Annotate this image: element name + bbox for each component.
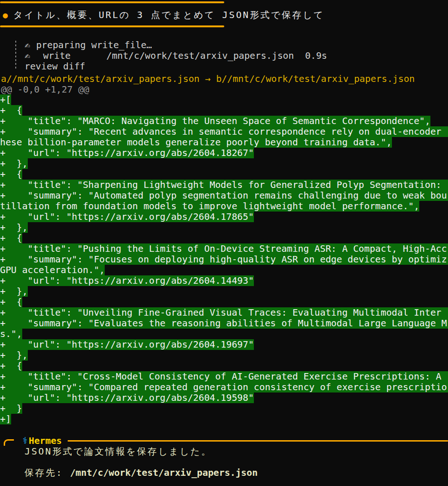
- tool-write-line: ✍write/mnt/c/work/test/arxiv_papers.json…: [25, 50, 448, 61]
- save-location-path[interactable]: /mnt/c/work/test/arxiv_papers.json: [70, 467, 258, 478]
- diff-added-line: + "title": "MARCO: Navigating the Unseen…: [0, 116, 448, 126]
- prompt-bottom-rule: [0, 25, 224, 27]
- diff-added-line: + },: [0, 222, 448, 233]
- diff-added-line: + "summary": "Recent advances in semanti…: [0, 126, 448, 137]
- diff-added-line: + {: [0, 297, 448, 307]
- diff-line-text: + "url": "https://arxiv.org/abs/2604.178…: [0, 212, 254, 222]
- diff-added-line: + "summary": "Automated polyp segmentati…: [0, 190, 448, 201]
- diff-line-text: tillation from foundation models to impr…: [0, 201, 419, 212]
- tool-preparing-label: preparing write_file…: [36, 40, 152, 50]
- diff-added-line: + {: [0, 233, 448, 243]
- tool-action-label: write: [43, 50, 71, 61]
- diff-added-line: + {: [0, 169, 448, 180]
- rounded-corner-frame: [4, 439, 14, 446]
- diff-added-line: + "summary": "Focuses on deploying high-…: [0, 254, 448, 265]
- diff-added-line: hese billion-parameter models generalize…: [0, 137, 448, 148]
- diff-file-header: a//mnt/c/work/test/arxiv_papers.json → b…: [0, 74, 448, 84]
- assistant-name: Hermes: [29, 436, 62, 446]
- hermes-staff-icon: ⚕: [22, 436, 28, 446]
- diff-added-line: + "summary": "Compared repeated generati…: [0, 382, 448, 393]
- diff-line-text: + "summary": "Focuses on deploying high-…: [0, 254, 447, 265]
- diff-line-text: + "url": "https://arxiv.org/abs/2604.196…: [0, 339, 254, 350]
- diff-added-line: + },: [0, 286, 448, 297]
- diff-line-text: + {: [0, 105, 22, 116]
- diff-added-line: tillation from foundation models to impr…: [0, 201, 448, 212]
- diff-line-text: + "summary": "Compared repeated generati…: [0, 382, 447, 393]
- diff-line-text: + "url": "https://arxiv.org/abs/2604.182…: [0, 148, 254, 158]
- diff-added-line: + "title": "Sharpening Lightweight Model…: [0, 180, 448, 190]
- diff-line-text: + "url": "https://arxiv.org/abs/2604.195…: [0, 393, 254, 403]
- writing-hand-icon: ✍: [25, 40, 30, 50]
- assistant-header-rule: [68, 440, 448, 442]
- review-diff-label: review diff: [25, 61, 85, 72]
- tool-file-path: /mnt/c/work/test/arxiv_papers.json: [106, 50, 294, 61]
- diff-line-text: + {: [0, 233, 22, 243]
- tool-duration: 0.9s: [305, 50, 327, 61]
- diff-line-text: GPU acceleration.",: [0, 265, 105, 275]
- diff-line-text: + },: [0, 350, 28, 361]
- diff-added-line: + "summary": "Evaluates the reasoning ab…: [0, 318, 448, 329]
- diff-line-text: + "title": "Sharpening Lightweight Model…: [0, 180, 442, 190]
- diff-line-text: + "title": "Cross-Model Consistency of A…: [0, 371, 442, 382]
- prompt-top-rule: [0, 1, 224, 3]
- diff-line-text: + "summary": "Recent advances in semanti…: [0, 126, 442, 137]
- diff-added-line: + },: [0, 158, 448, 169]
- diff-added-line: +[: [0, 94, 448, 105]
- diff-added-line: +]: [0, 414, 448, 424]
- diff-added-line: + "title": "Cross-Model Consistency of A…: [0, 371, 448, 382]
- diff-line-text: + "title": "MARCO: Navigating the Unseen…: [0, 116, 430, 126]
- diff-line-text: + {: [0, 169, 22, 180]
- diff-line-text: + }: [0, 403, 22, 414]
- prompt-bullet-icon: ●: [3, 10, 8, 20]
- diff-line-text: + "title": "Unveiling Fine-Grained Visua…: [0, 307, 442, 318]
- diff-added-line: + "url": "https://arxiv.org/abs/2604.195…: [0, 393, 448, 403]
- save-location-line: 保存先: /mnt/c/work/test/arxiv_papers.json: [0, 467, 448, 478]
- diff-added-lines: +[+ {+ "title": "MARCO: Navigating the U…: [0, 94, 448, 424]
- tool-review-line[interactable]: review diff: [25, 61, 448, 72]
- diff-line-text: + },: [0, 222, 28, 233]
- diff-added-line: + {: [0, 105, 448, 116]
- diff-hunk-header: @@ -0,0 +1,27 @@: [0, 84, 448, 95]
- diff-added-line: s.",: [0, 329, 448, 339]
- tool-preparing-line: ✍preparing write_file…: [25, 40, 448, 50]
- diff-line-text: hese billion-parameter models generalize…: [0, 137, 392, 148]
- diff-added-line: + }: [0, 403, 448, 414]
- diff-added-line: + "url": "https://arxiv.org/abs/2604.178…: [0, 212, 448, 222]
- diff-line-text: + "summary": "Evaluates the reasoning ab…: [0, 318, 447, 329]
- save-location-label: 保存先:: [25, 467, 70, 478]
- writing-hand-icon: ✍: [25, 50, 30, 61]
- diff-line-text: +]: [0, 414, 11, 424]
- diff-line-text: + "title": "Pushing the Limits of On-Dev…: [0, 243, 447, 254]
- diff-line-text: s.",: [0, 329, 22, 339]
- diff-line-text: +[: [0, 94, 11, 105]
- diff-added-line: + "url": "https://arxiv.org/abs/2604.196…: [0, 339, 448, 350]
- diff-added-line: + "title": "Unveiling Fine-Grained Visua…: [0, 307, 448, 318]
- diff-line-text: + {: [0, 361, 22, 371]
- diff-line-text: + {: [0, 297, 22, 307]
- diff-added-line: + "url": "https://arxiv.org/abs/2604.144…: [0, 275, 448, 286]
- diff-line-text: + },: [0, 158, 28, 169]
- assistant-message: JSON形式で論文情報を保存しました。: [0, 446, 448, 457]
- diff-added-line: + },: [0, 350, 448, 361]
- diff-line-text: + },: [0, 286, 28, 297]
- diff-added-line: + "url": "https://arxiv.org/abs/2604.182…: [0, 148, 448, 158]
- tool-call-block: ✍preparing write_file… ✍write/mnt/c/work…: [15, 40, 448, 72]
- user-prompt: ● タイトル、概要、URLの 3 点でまとめて JSON形式で保存して: [0, 9, 448, 21]
- diff-line-text: + "summary": "Automated polyp segmentati…: [0, 190, 447, 201]
- user-prompt-text: タイトル、概要、URLの 3 点でまとめて JSON形式で保存して: [13, 10, 324, 20]
- assistant-header: ⚕ Hermes: [0, 435, 448, 446]
- terminal-screen: ● タイトル、概要、URLの 3 点でまとめて JSON形式で保存して ✍pre…: [0, 0, 448, 486]
- diff-line-text: + "url": "https://arxiv.org/abs/2604.144…: [0, 275, 254, 286]
- diff-added-line: + {: [0, 361, 448, 371]
- diff-added-line: + "title": "Pushing the Limits of On-Dev…: [0, 243, 448, 254]
- diff-added-line: GPU acceleration.",: [0, 265, 448, 275]
